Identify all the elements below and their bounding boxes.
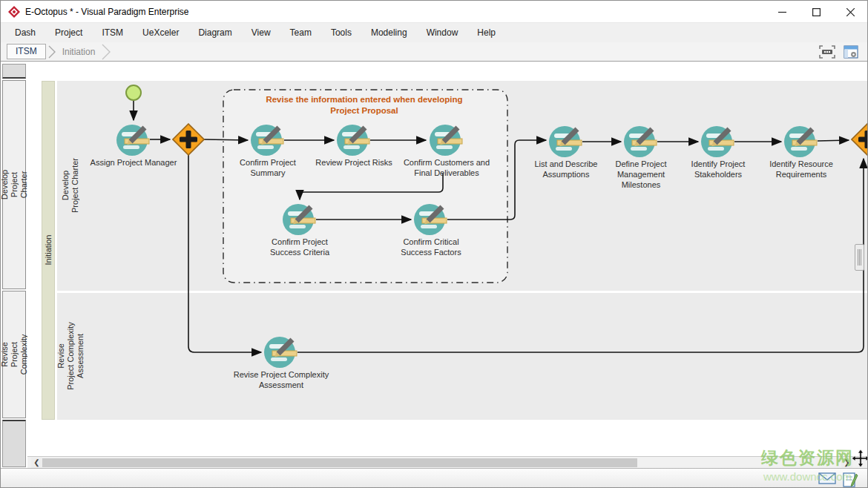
minimize-icon xyxy=(778,8,786,16)
menu-dash[interactable]: Dash xyxy=(5,24,45,41)
task-confirm-critical-success-factors[interactable]: Confirm Critical Success Factors xyxy=(366,203,496,257)
vp-logo-icon xyxy=(8,6,20,18)
diagram-canvas[interactable]: Initiation Develop Project Charter Revis… xyxy=(27,62,867,456)
scrollbar-thumb[interactable] xyxy=(42,458,637,467)
task-label: Confirm Critical Success Factors xyxy=(366,237,496,257)
task-confirm-project-success-criteria[interactable]: Confirm Project Success Criteria xyxy=(234,203,365,257)
minimize-button[interactable] xyxy=(765,1,799,23)
application-window: E-Octopus * - Visual Paradigm Enterprise… xyxy=(0,0,868,488)
breadcrumb: ITSM Initiation xyxy=(1,42,867,62)
flow-connectors xyxy=(27,62,867,456)
task-label: Revise Project Complexity Assessment xyxy=(216,369,346,390)
fit-selection-button[interactable] xyxy=(818,44,836,59)
horizontal-scrollbar[interactable]: ❮ ❯ xyxy=(27,456,867,468)
pan-icon[interactable] xyxy=(851,449,868,468)
menu-bar: Dash Project ITSM UeXceler Diagram View … xyxy=(1,23,867,42)
splitter-grip-icon[interactable] xyxy=(855,244,864,271)
menu-team[interactable]: Team xyxy=(280,24,321,41)
left-sidebar: Develop Project Charter Revise Project C… xyxy=(1,62,27,468)
chevron-right-icon xyxy=(101,44,111,60)
mail-icon[interactable] xyxy=(818,472,836,485)
task-revise-project-complexity-assessment[interactable]: Revise Project Complexity Assessment xyxy=(216,336,346,390)
edit-document-icon[interactable] xyxy=(842,472,858,488)
task-confirm-customers-final-deliverables[interactable]: Confirm Customers and Final Deliverables xyxy=(381,124,512,178)
edit-task-icon xyxy=(784,125,818,158)
close-icon xyxy=(846,8,855,16)
edit-task-icon xyxy=(701,125,735,158)
menu-project[interactable]: Project xyxy=(45,24,92,41)
menu-help[interactable]: Help xyxy=(467,24,505,41)
menu-view[interactable]: View xyxy=(242,24,280,41)
chevron-right-icon xyxy=(47,44,56,59)
menu-tools[interactable]: Tools xyxy=(321,24,361,41)
window-title: E-Octopus * - Visual Paradigm Enterprise xyxy=(25,7,189,17)
edit-task-icon xyxy=(251,124,285,156)
menu-itsm[interactable]: ITSM xyxy=(92,24,133,41)
maximize-button[interactable] xyxy=(799,1,833,23)
maximize-icon xyxy=(812,8,821,16)
task-assign-project-manager[interactable]: Assign Project Manager xyxy=(68,124,199,168)
sidebar-tab-label: Revise Project Complexity xyxy=(0,334,29,375)
task-label: Confirm Customers and Final Deliverables xyxy=(381,157,512,178)
edit-task-icon xyxy=(264,336,298,369)
start-event-icon[interactable] xyxy=(125,85,142,101)
edit-task-icon xyxy=(116,124,151,156)
group-note: Revise the information entered when deve… xyxy=(216,94,513,116)
panel-window-icon xyxy=(844,45,858,59)
sidebar-corner-bottom[interactable] xyxy=(2,420,26,467)
sidebar-corner-top[interactable] xyxy=(2,64,26,79)
title-bar: E-Octopus * - Visual Paradigm Enterprise xyxy=(1,1,867,23)
task-identify-resource-requirements[interactable]: Identify Resource Requirements xyxy=(736,125,867,179)
breadcrumb-initiation[interactable]: Initiation xyxy=(58,47,100,57)
menu-diagram[interactable]: Diagram xyxy=(188,24,241,41)
scroll-left-icon[interactable]: ❮ xyxy=(31,458,42,468)
fit-selection-icon xyxy=(819,45,835,59)
edit-task-icon xyxy=(283,203,317,236)
close-button[interactable] xyxy=(833,1,867,23)
edit-task-icon xyxy=(337,124,371,156)
menu-modeling[interactable]: Modeling xyxy=(361,24,417,41)
task-label: Identify Resource Requirements xyxy=(736,159,867,179)
edit-task-icon xyxy=(430,124,464,156)
panel-window-button[interactable] xyxy=(842,44,860,59)
menu-window[interactable]: Window xyxy=(417,24,468,41)
task-label: Confirm Project Success Criteria xyxy=(234,237,365,257)
menu-uexceler[interactable]: UeXceler xyxy=(133,24,188,41)
task-label: Assign Project Manager xyxy=(68,157,199,168)
main-area: Develop Project Charter Revise Project C… xyxy=(1,62,868,468)
sidebar-tab-label: Develop Project Charter xyxy=(0,170,29,200)
status-bar xyxy=(1,468,868,488)
breadcrumb-itsm[interactable]: ITSM xyxy=(7,44,46,59)
edit-task-icon xyxy=(414,203,448,236)
